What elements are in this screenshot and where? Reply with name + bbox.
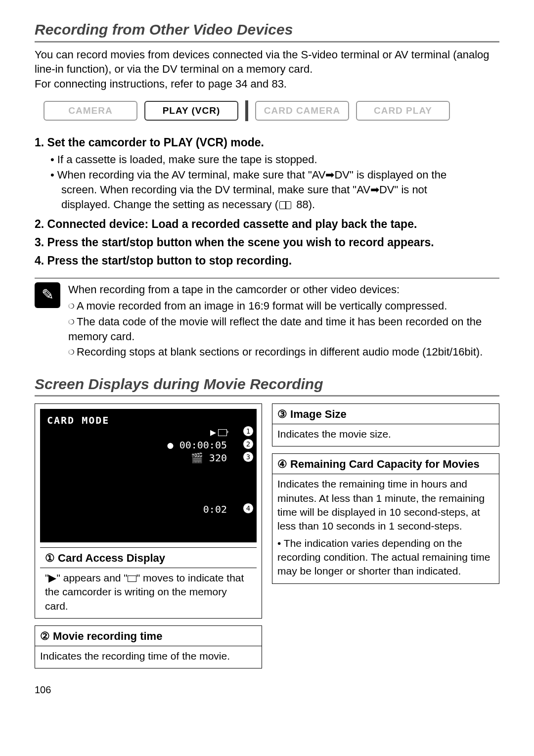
- callout-2: 2: [243, 439, 254, 449]
- camcorder-screen: CARD MODE ▶ ● 00:00:05 🎬 320 0:02 1 2 3 …: [40, 409, 257, 542]
- screen-line-3: 🎬 320: [191, 451, 227, 465]
- card-3-body: Indicates the movie size.: [272, 424, 499, 446]
- card-1-title-text: Card Access Display: [55, 552, 165, 564]
- card-3: ③ Image Size Indicates the movie size.: [272, 403, 499, 446]
- mode-selector-row: CAMERA PLAY (VCR) CARD CAMERA CARD PLAY: [44, 100, 499, 121]
- step1-b2c-prefix: displayed. Change the setting as necessa…: [61, 198, 278, 211]
- mode-camera: CAMERA: [44, 101, 137, 121]
- card-2-title: ② Movie recording time: [35, 626, 262, 646]
- screen-display-card: CARD MODE ▶ ● 00:00:05 🎬 320 0:02 1 2 3 …: [35, 403, 262, 619]
- step1-b2c-page: 88).: [293, 198, 315, 211]
- mode-divider: [245, 100, 248, 121]
- step-4: 4. Press the start/stop button to stop r…: [35, 253, 499, 268]
- card-2-title-text: Movie recording time: [50, 630, 162, 642]
- card-1-body: "▶" appears and "" moves to indicate tha…: [40, 568, 257, 618]
- left-column: CARD MODE ▶ ● 00:00:05 🎬 320 0:02 1 2 3 …: [35, 403, 262, 668]
- circled-4: ④: [277, 458, 287, 470]
- callout-4: 4: [243, 503, 254, 514]
- card-3-title: ③ Image Size: [272, 404, 499, 424]
- mode-play-vcr: PLAY (VCR): [144, 101, 238, 121]
- card4-bullet: The indication varies depending on the r…: [277, 536, 494, 578]
- note-bullet-3: Recording stops at blank sections or rec…: [68, 345, 499, 359]
- card-1-title: ① Card Access Display: [40, 547, 257, 568]
- callout-3: 3: [243, 451, 254, 462]
- card-4: ④ Remaining Card Capacity for Movies Ind…: [272, 453, 499, 583]
- card4-body-text: Indicates the remaining time in hours an…: [277, 478, 485, 532]
- right-column: ③ Image Size Indicates the movie size. ④…: [272, 403, 499, 668]
- callout-1: 1: [243, 426, 254, 437]
- screen-line-4: 0:02: [203, 503, 227, 516]
- step1-b2-a: When recording via the AV terminal, make…: [57, 169, 446, 181]
- note-bullet-1: A movie recorded from an image in 16:9 f…: [68, 299, 499, 313]
- screen-line-1: ▶: [210, 426, 227, 439]
- section-heading-1: Recording from Other Video Devices: [35, 20, 499, 43]
- play-icon: ▶: [210, 426, 216, 438]
- intro-text-2: For connecting instructions, refer to pa…: [35, 78, 287, 90]
- step1-b2-c: displayed. Change the setting as necessa…: [61, 197, 499, 212]
- card-2: ② Movie recording time Indicates the rec…: [35, 625, 262, 668]
- book-icon: [279, 201, 291, 209]
- card-small-icon: [128, 576, 136, 582]
- section-heading-2: Screen Displays during Movie Recording: [35, 374, 499, 397]
- screen-card-mode: CARD MODE: [47, 414, 109, 427]
- steps-list: 1. Set the camcorder to PLAY (VCR) mode.…: [35, 135, 499, 269]
- step-1-bullets: If a cassette is loaded, make sure the t…: [50, 152, 499, 212]
- step-1: 1. Set the camcorder to PLAY (VCR) mode.: [35, 135, 499, 150]
- mode-card-play: CARD PLAY: [356, 101, 450, 121]
- card-3-title-text: Image Size: [287, 408, 347, 420]
- note-icon: ✎: [35, 282, 60, 308]
- step-2: 2. Connected device: Load a recorded cas…: [35, 217, 499, 232]
- step1-bullet-2: When recording via the AV terminal, make…: [50, 168, 499, 212]
- step1-bullet-1: If a cassette is loaded, make sure the t…: [50, 152, 499, 167]
- mode-card-camera: CARD CAMERA: [255, 101, 349, 121]
- step1-b2-b: screen. When recording via the DV termin…: [61, 182, 499, 197]
- intro-paragraph: You can record movies from devices conne…: [35, 47, 499, 91]
- intro-text-1: You can record movies from devices conne…: [35, 48, 490, 76]
- columns: CARD MODE ▶ ● 00:00:05 🎬 320 0:02 1 2 3 …: [35, 403, 499, 668]
- step-3: 3. Press the start/stop button when the …: [35, 235, 499, 250]
- page-number: 106: [35, 683, 499, 697]
- circled-2: ②: [40, 630, 50, 642]
- note-block: ✎ When recording from a tape in the camc…: [35, 278, 499, 360]
- card-4-title-text: Remaining Card Capacity for Movies: [287, 458, 480, 470]
- card-2-body: Indicates the recording time of the movi…: [35, 646, 262, 668]
- circled-3: ③: [277, 408, 287, 420]
- circled-1: ①: [45, 552, 55, 564]
- screen-line-2: ● 00:00:05: [168, 439, 227, 452]
- card1-body-a: "▶" appears and ": [45, 572, 128, 583]
- card-icon: [218, 429, 227, 436]
- card-4-body: Indicates the remaining time in hours an…: [272, 474, 499, 583]
- card-4-title: ④ Remaining Card Capacity for Movies: [272, 454, 499, 474]
- note-intro: When recording from a tape in the camcor…: [68, 282, 499, 297]
- note-body: When recording from a tape in the camcor…: [68, 282, 499, 360]
- note-bullet-2: The data code of the movie will reflect …: [68, 314, 499, 344]
